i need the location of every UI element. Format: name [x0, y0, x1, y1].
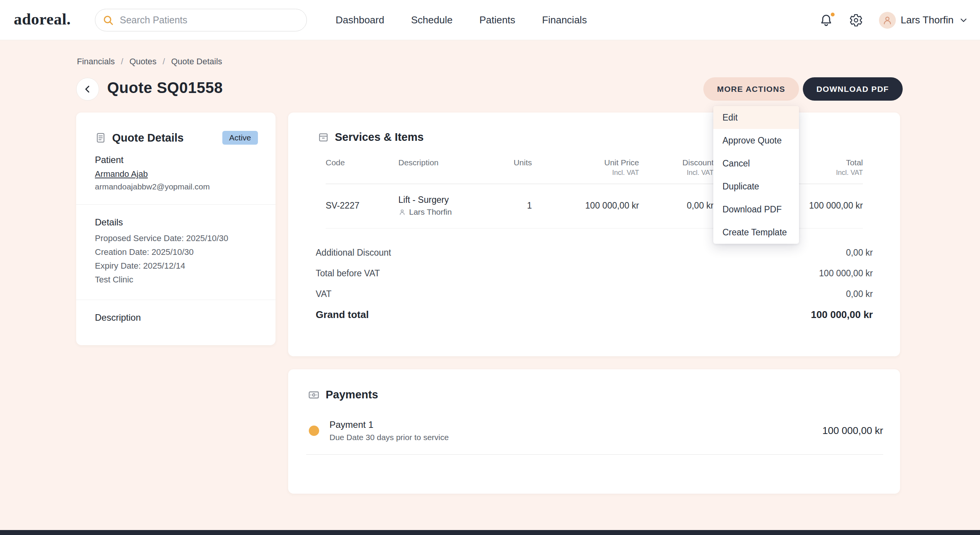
nav-patients[interactable]: Patients: [479, 14, 515, 26]
download-pdf-button[interactable]: DOWNLOAD PDF: [803, 77, 903, 101]
notifications-button[interactable]: [819, 13, 833, 27]
summary-vat: VAT 0,00 kr: [316, 284, 873, 304]
service-provider: Lars Thorfin: [409, 207, 452, 217]
notification-dot: [830, 12, 835, 17]
services-items-title: Services & Items: [335, 131, 424, 144]
avatar: [879, 12, 896, 29]
service-discount: 0,00 kr: [639, 201, 714, 211]
quote-details-title: Quote Details: [112, 132, 184, 144]
col-code: Code: [326, 158, 398, 167]
patient-label: Patient: [95, 155, 257, 165]
col-units: Units: [478, 158, 532, 167]
payment-status-dot: [309, 426, 319, 436]
menu-item-duplicate[interactable]: Duplicate: [713, 175, 799, 198]
status-badge: Active: [222, 131, 258, 145]
breadcrumb-separator: /: [121, 57, 123, 67]
payment-row: Payment 1 Due Date 30 days prior to serv…: [309, 419, 883, 442]
breadcrumb-financials[interactable]: Financials: [77, 57, 115, 67]
divider: [306, 454, 883, 455]
topbar-right: Lars Thorfin: [819, 0, 969, 40]
document-icon: [95, 132, 106, 144]
back-button[interactable]: [76, 78, 99, 101]
col-discount: Discount Incl. VAT: [639, 158, 714, 177]
description-label: Description: [95, 312, 257, 323]
nav-financials[interactable]: Financials: [542, 14, 587, 26]
page-title: Quote SQ01558: [107, 79, 223, 96]
search-input[interactable]: [120, 15, 288, 26]
divider: [76, 300, 276, 300]
detail-creation-date: Creation Date: 2025/10/30: [95, 245, 257, 259]
search-box[interactable]: [95, 9, 307, 31]
services-items-card: Services & Items Code Description Units …: [288, 113, 900, 356]
col-description: Description: [398, 158, 478, 167]
menu-item-create-template[interactable]: Create Template: [713, 221, 799, 244]
breadcrumb-separator: /: [163, 57, 165, 67]
brand-logo[interactable]: adoreal.: [14, 10, 71, 28]
divider: [76, 204, 276, 205]
service-code: SV-2227: [326, 201, 398, 211]
col-unit-price: Unit Price Incl. VAT: [532, 158, 639, 177]
service-unit-price: 100 000,00 kr: [532, 201, 639, 211]
footer-strip: [0, 530, 980, 535]
nav-dashboard[interactable]: Dashboard: [336, 14, 384, 26]
chevron-left-icon: [82, 84, 93, 95]
patient-name-link[interactable]: Armando Ajab: [95, 169, 148, 179]
details-label: Details: [95, 217, 257, 228]
more-actions-button[interactable]: MORE ACTIONS: [703, 77, 799, 101]
menu-item-edit[interactable]: Edit: [713, 106, 799, 129]
provider-icon: [398, 208, 406, 216]
nav-schedule[interactable]: Schedule: [411, 14, 452, 26]
summary-additional-discount: Additional Discount 0,00 kr: [316, 242, 873, 263]
gear-icon: [849, 13, 863, 27]
chevron-down-icon: [959, 15, 969, 25]
detail-expiry-date: Expiry Date: 2025/12/14: [95, 259, 257, 273]
service-description: Lift - Surgery Lars Thorfin: [398, 195, 478, 217]
payment-due-date: Due Date 30 days prior to service: [329, 433, 449, 442]
topbar: adoreal. Dashboard Schedule Patients Fin…: [0, 0, 980, 40]
user-menu[interactable]: Lars Thorfin: [879, 12, 969, 29]
breadcrumb-current: Quote Details: [171, 57, 222, 67]
service-units: 1: [478, 201, 532, 211]
user-name: Lars Thorfin: [901, 14, 954, 26]
detail-proposed-service-date: Proposed Service Date: 2025/10/30: [95, 232, 257, 245]
search-icon: [102, 14, 114, 26]
more-actions-menu: Edit Approve Quote Cancel Duplicate Down…: [713, 106, 799, 244]
menu-item-cancel[interactable]: Cancel: [713, 152, 799, 175]
banknote-icon: [308, 389, 320, 401]
services-icon: [318, 132, 329, 143]
payments-card: Payments Payment 1 Due Date 30 days prio…: [288, 369, 900, 494]
summary-total-before-vat: Total before VAT 100 000,00 kr: [316, 263, 873, 284]
services-summary: Additional Discount 0,00 kr Total before…: [316, 242, 873, 325]
quote-details-card: Quote Details Active Patient Armando Aja…: [76, 113, 276, 345]
breadcrumb-quotes[interactable]: Quotes: [129, 57, 157, 67]
payment-amount: 100 000,00 kr: [822, 425, 883, 437]
settings-button[interactable]: [849, 13, 863, 27]
patient-email: armandoajabbw2@yopmail.com: [95, 182, 257, 191]
payment-name: Payment 1: [329, 419, 449, 430]
summary-grand-total: Grand total 100 000,00 kr: [316, 304, 873, 325]
menu-item-download-pdf[interactable]: Download PDF: [713, 198, 799, 221]
detail-clinic: Test Clinic: [95, 273, 257, 287]
menu-item-approve-quote[interactable]: Approve Quote: [713, 129, 799, 152]
payments-title: Payments: [326, 388, 378, 401]
breadcrumb: Financials / Quotes / Quote Details: [77, 57, 222, 67]
main-nav: Dashboard Schedule Patients Financials: [336, 0, 587, 40]
